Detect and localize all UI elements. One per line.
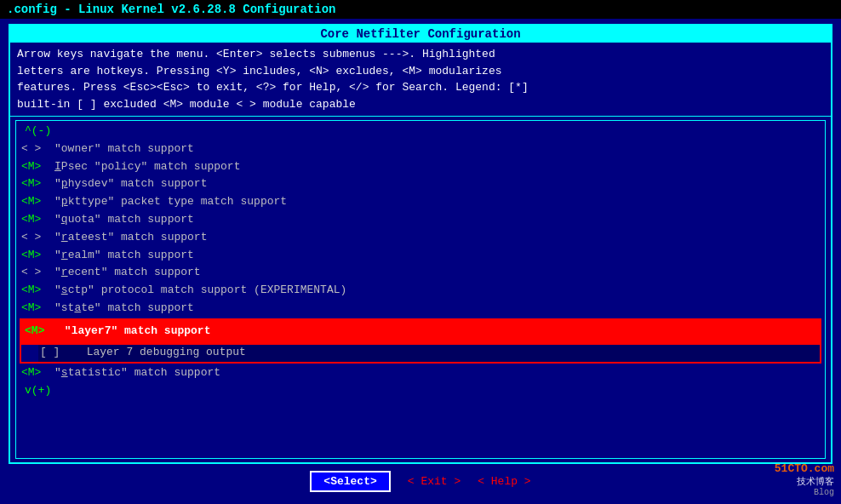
watermark-blog: Blog: [775, 488, 834, 497]
help-text: Arrow keys navigate the menu. <Enter> se…: [10, 43, 831, 117]
bracket: < >: [21, 229, 41, 247]
list-item[interactable]: < > "owner" match support: [20, 140, 821, 158]
help-line-3: features. Press <Esc><Esc> to exit, <?> …: [17, 79, 824, 96]
exit-button[interactable]: < Exit >: [408, 475, 461, 488]
help-line-1: Arrow keys navigate the menu. <Enter> se…: [17, 46, 824, 63]
bracket: <M>: [21, 175, 41, 193]
bracket: <M>: [21, 300, 41, 318]
bracket: <M>: [21, 247, 41, 265]
list-item[interactable]: <M> "pkttype" packet type match support: [20, 193, 821, 211]
title-bar: .config - Linux Kernel v2.6.28.8 Configu…: [0, 0, 841, 19]
selected-list-item[interactable]: <M> "layer7" match support: [21, 320, 820, 343]
select-button[interactable]: <Select>: [310, 471, 390, 492]
list-item[interactable]: < > "rateest" match support: [20, 229, 821, 247]
bracket: <M>: [21, 158, 41, 176]
bracket: <M>: [21, 282, 41, 300]
watermark-site: 51CTO.com: [775, 462, 834, 475]
menu-content: ^(-) < > "owner" match support <M> IPsec…: [16, 121, 825, 402]
selected-text: "layer7" match support: [65, 323, 211, 341]
bracket: < >: [21, 264, 41, 282]
dialog-box: Core Netfilter Configuration Arrow keys …: [9, 24, 832, 464]
list-item[interactable]: <M> "state" match support: [20, 300, 821, 318]
button-bar: <Select> < Exit > < Help >: [9, 464, 832, 495]
selected-bracket: <: [25, 323, 31, 341]
title-text: .config - Linux Kernel v2.6.28.8 Configu…: [7, 3, 335, 16]
nav-top: ^(-): [20, 123, 821, 140]
child-bracket: [ ]: [40, 344, 60, 362]
watermark-sub: 技术博客: [775, 475, 834, 488]
list-item[interactable]: <M> "physdev" match support: [20, 175, 821, 193]
list-item[interactable]: < > "recent" match support: [20, 264, 821, 282]
dialog-title: Core Netfilter Configuration: [10, 26, 831, 43]
child-list-item[interactable]: [ ] Layer 7 debugging output: [38, 343, 820, 363]
menu-area: ^(-) < > "owner" match support <M> IPsec…: [15, 120, 826, 459]
selected-item-container: <M> "layer7" match support [ ] Layer 7 d…: [20, 318, 821, 364]
watermark: 51CTO.com 技术博客 Blog: [775, 462, 834, 497]
list-item[interactable]: <M> "realm" match support: [20, 247, 821, 265]
list-item[interactable]: <M> "statistic" match support: [20, 364, 821, 382]
bracket: <M>: [21, 211, 41, 229]
help-line-2: letters are hotkeys. Pressing <Y> includ…: [17, 63, 824, 80]
help-button[interactable]: < Help >: [478, 475, 530, 488]
bracket: <M>: [21, 193, 41, 211]
list-item[interactable]: <M> "quota" match support: [20, 211, 821, 229]
bracket: <M>: [21, 364, 41, 382]
list-item[interactable]: <M> IPsec "policy" match support: [20, 158, 821, 176]
child-text: Layer 7 debugging output: [87, 344, 246, 362]
bracket: < >: [21, 140, 41, 158]
main-container: Core Netfilter Configuration Arrow keys …: [0, 19, 841, 501]
list-item[interactable]: <M> "sctp" protocol match support (EXPER…: [20, 282, 821, 300]
help-line-4: built-in [ ] excluded <M> module < > mod…: [17, 96, 824, 113]
nav-bottom: v(+): [20, 382, 821, 400]
